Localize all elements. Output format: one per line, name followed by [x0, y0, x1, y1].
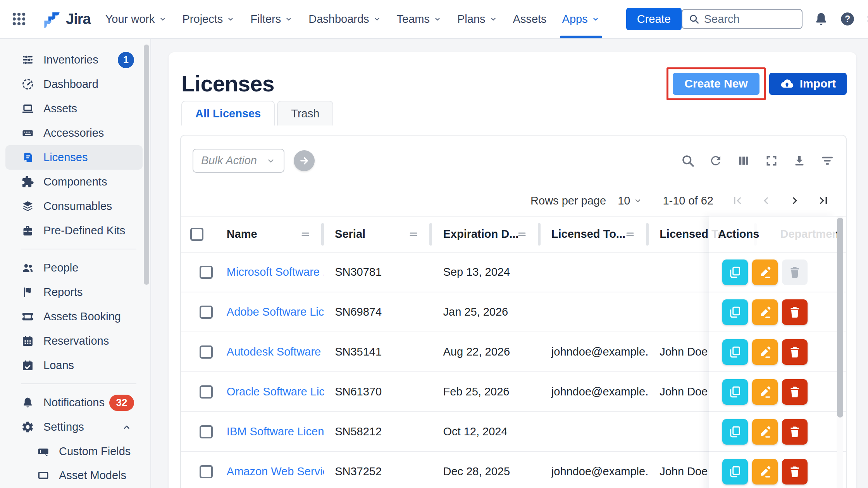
nav-item-assets[interactable]: Assets [513, 0, 547, 38]
clone-button[interactable] [722, 259, 748, 285]
sidebar-item-assets[interactable]: Assets [5, 96, 143, 121]
sidebar-item-dashboard[interactable]: Dashboard [5, 72, 143, 96]
nav-item-teams[interactable]: Teams [397, 0, 442, 38]
row-checkbox[interactable] [200, 266, 213, 279]
create-button[interactable]: Create [626, 8, 682, 30]
nav-item-projects[interactable]: Projects [183, 0, 235, 38]
license-name-link[interactable]: Adobe Software Lice... [216, 306, 324, 318]
sidebar-item-settings[interactable]: Settings [5, 415, 143, 439]
last-page-button[interactable] [816, 194, 830, 208]
import-button[interactable]: Import [769, 73, 847, 95]
column-menu-icon[interactable] [517, 229, 527, 240]
nav-item-filters[interactable]: Filters [250, 0, 293, 38]
search-input[interactable] [704, 13, 796, 26]
column-menu-icon[interactable] [625, 229, 636, 240]
reports-icon [21, 286, 34, 299]
sidebar-item-pre-defined-kits[interactable]: Pre-Defined Kits [5, 218, 143, 243]
create-new-button[interactable]: Create New [673, 73, 759, 95]
edit-button[interactable] [752, 259, 778, 285]
row-checkbox[interactable] [200, 465, 213, 478]
sidebar-item-loans[interactable]: Loans [5, 353, 143, 378]
column-menu-icon[interactable] [300, 229, 311, 240]
sidebar-item-assets-booking[interactable]: Assets Booking [5, 304, 143, 329]
delete-button[interactable] [782, 379, 808, 405]
help-icon[interactable]: ? [840, 11, 855, 27]
tab-all-licenses[interactable]: All Licenses [181, 101, 275, 125]
jira-logo-text: Jira [66, 11, 91, 27]
inventories-icon [21, 53, 34, 66]
serial-cell: SN37252 [324, 465, 432, 478]
sidebar-item-asset-models[interactable]: Asset Models [5, 463, 143, 487]
delete-button[interactable] [782, 299, 808, 325]
edit-button[interactable] [752, 299, 778, 325]
sidebar-item-inventories[interactable]: Inventories1 [5, 48, 143, 72]
sidebar-item-licenses[interactable]: Licenses [5, 145, 143, 170]
clone-button[interactable] [722, 459, 748, 485]
clone-button[interactable] [722, 339, 748, 365]
delete-button[interactable] [782, 419, 808, 445]
license-name-link[interactable]: Oracle Software Lic... [216, 385, 324, 398]
edit-button[interactable] [752, 379, 778, 405]
sidebar-scrollbar-thumb[interactable] [144, 45, 149, 285]
global-search[interactable] [682, 9, 803, 29]
license-name-link[interactable]: Autodesk Software L... [216, 345, 324, 358]
sidebar-item-notifications[interactable]: Notifications32 [5, 390, 143, 415]
edit-button[interactable] [752, 419, 778, 445]
filter-icon[interactable] [820, 154, 834, 168]
edit-button[interactable] [752, 459, 778, 485]
nav-item-dashboards[interactable]: Dashboards [308, 0, 381, 38]
nav-item-plans[interactable]: Plans [457, 0, 498, 38]
fullscreen-icon[interactable] [765, 154, 778, 168]
expiration-cell: Jan 25, 2026 [432, 306, 541, 318]
edit-button[interactable] [752, 339, 778, 365]
pagination-controls [730, 194, 830, 208]
delete-button[interactable] [782, 459, 808, 485]
sidebar-item-label: Components [43, 175, 107, 188]
header-select-all-cell [181, 217, 216, 252]
tab-trash[interactable]: Trash [277, 101, 333, 125]
sidebar-item-reservations[interactable]: Reservations [5, 329, 143, 353]
download-icon[interactable] [792, 154, 806, 168]
column-menu-icon[interactable] [408, 229, 419, 240]
row-checkbox[interactable] [200, 306, 213, 319]
nav-item-apps[interactable]: Apps [562, 0, 600, 38]
license-name-link[interactable]: Microsoft Software ... [216, 266, 324, 278]
row-checkbox[interactable] [200, 345, 213, 359]
delete-button[interactable] [782, 339, 808, 365]
sidebar-item-custom-fields[interactable]: Custom Fields [5, 439, 143, 463]
bulk-action-submit-button[interactable] [294, 150, 315, 171]
column-header-4[interactable]: Licensed To... [541, 217, 649, 252]
pagination-range: 1-10 of 62 [663, 194, 713, 207]
sidebar-item-accessories[interactable]: Accessories [5, 121, 143, 145]
select-all-checkbox[interactable] [190, 228, 203, 241]
sidebar-item-components[interactable]: Components [5, 170, 143, 194]
next-page-button[interactable] [788, 194, 802, 208]
bell-icon[interactable] [813, 11, 829, 27]
clone-button[interactable] [722, 379, 748, 405]
refresh-icon[interactable] [709, 154, 723, 168]
license-name-link[interactable]: Amazon Web Servic... [216, 465, 324, 478]
nav-item-your-work[interactable]: Your work [105, 0, 167, 38]
search-icon[interactable] [681, 154, 695, 168]
nav-item-label: Plans [457, 13, 486, 26]
column-header-1[interactable]: Name [216, 217, 324, 252]
column-header-2[interactable]: Serial [324, 217, 432, 252]
sidebar-item-people[interactable]: People [5, 256, 143, 280]
bulk-action-select[interactable]: Bulk Action [193, 149, 284, 173]
rows-per-page-select[interactable]: 10 [618, 194, 642, 207]
sidebar-item-consumables[interactable]: Consumables [5, 194, 143, 218]
app-switcher-icon[interactable] [11, 11, 27, 27]
columns-icon[interactable] [737, 154, 751, 168]
license-name-link[interactable]: IBM Software Licens... [216, 425, 324, 438]
caret-down-icon [633, 196, 642, 205]
sidebar-item-reports[interactable]: Reports [5, 280, 143, 304]
row-checkbox[interactable] [200, 425, 213, 438]
row-checkbox[interactable] [200, 385, 213, 399]
column-header-3[interactable]: Expiration D... [432, 217, 540, 252]
gear-icon[interactable] [866, 11, 868, 27]
clone-button[interactable] [722, 299, 748, 325]
table-scrollbar-thumb[interactable] [837, 218, 843, 418]
jira-logo[interactable]: Jira [42, 9, 91, 29]
clone-button[interactable] [722, 419, 748, 445]
settings-icon [21, 421, 34, 433]
